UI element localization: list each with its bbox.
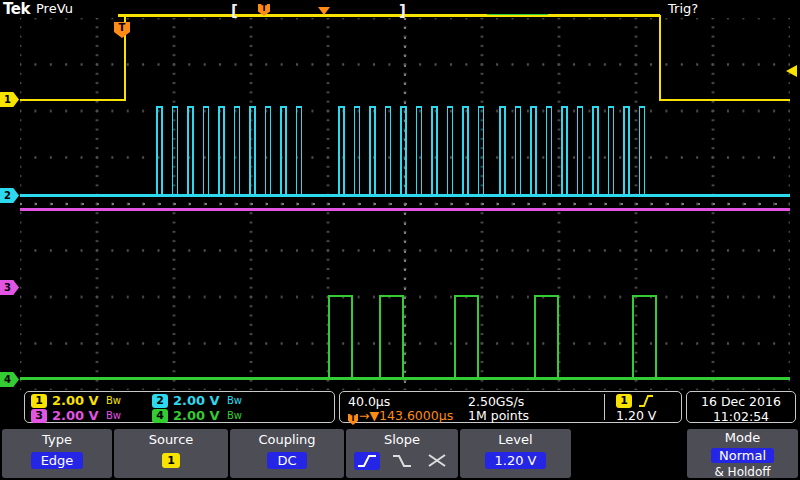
falling-slope-icon[interactable] — [389, 452, 415, 470]
ch2-ground-marker: 2 — [0, 188, 19, 203]
window-bracket-left-icon: [ — [231, 2, 238, 20]
ch2-badge: 2 — [152, 394, 168, 408]
trigger-delay-readout: T→▼143.6000µs — [348, 408, 453, 425]
ch4-ground-marker: 4 — [0, 372, 19, 387]
ch1-scale: 2.00 V — [52, 393, 106, 408]
expansion-point-icon — [318, 7, 330, 15]
trigger-level-arrow-icon — [786, 65, 797, 77]
trigger-slope-icon — [638, 394, 654, 408]
either-slope-icon[interactable] — [424, 452, 450, 470]
ch3-scale: 2.00 V — [52, 408, 106, 423]
trigger-level-readout: 1.20 V — [616, 408, 656, 423]
menu-button-type[interactable]: Type Edge — [2, 429, 112, 478]
menu-button-level[interactable]: Level 1.20 V — [460, 429, 571, 478]
record-length-readout: 1M points — [468, 408, 529, 423]
menu-button-coupling[interactable]: Coupling DC — [230, 429, 344, 478]
oscilloscope-screen: Tek PreVu [ ] T Trig? T 1 2 3 4 1 2.00 V… — [0, 0, 800, 480]
graticule-center-vertical — [404, 18, 406, 390]
record-trigger-position-icon: T — [258, 4, 270, 16]
sample-rate-readout: 2.50GS/s — [468, 394, 524, 409]
horizontal-trigger-readout-box: 40.0µs 2.50GS/s T→▼143.6000µs 1M points … — [339, 391, 682, 423]
rising-slope-icon[interactable] — [354, 452, 380, 470]
coupling-label: Coupling — [230, 432, 344, 447]
trigger-source-badge: 1 — [616, 394, 632, 408]
mode-label: Mode — [687, 430, 798, 445]
tek-logo: Tek — [3, 0, 30, 18]
ch2-scale: 2.00 V — [173, 393, 227, 408]
type-label: Type — [2, 432, 112, 447]
type-value: Edge — [31, 452, 84, 469]
menu-button-mode[interactable]: Mode Normal & Holdoff — [687, 429, 798, 478]
ch3-bandwidth-indicator: Bw — [106, 410, 128, 421]
date-readout: 16 Dec 2016 — [687, 394, 795, 409]
menu-button-slope[interactable]: Slope — [346, 429, 458, 478]
slope-label: Slope — [346, 432, 458, 447]
menu-button-source[interactable]: Source 1 — [114, 429, 228, 478]
trigger-delay-flag-icon: T — [348, 414, 358, 425]
trigger-status: Trig? — [668, 1, 698, 16]
ch1-bandwidth-indicator: Bw — [106, 395, 128, 406]
ch3-ground-marker: 3 — [0, 280, 19, 295]
mode-value: Normal — [711, 448, 774, 463]
source-label: Source — [114, 432, 228, 447]
timebase-readout: 40.0µs — [348, 394, 390, 409]
channel-readout-box: 1 2.00 V Bw 2 2.00 V Bw 3 2.00 V Bw 4 2.… — [24, 391, 335, 423]
ch1-ground-marker: 1 — [0, 92, 19, 107]
readout-divider — [604, 394, 605, 420]
ch4-badge: 4 — [152, 409, 168, 423]
window-bracket-right-icon: ] — [399, 2, 406, 20]
level-value: 1.20 V — [485, 452, 547, 469]
coupling-value: DC — [267, 452, 306, 469]
ch3-badge: 3 — [31, 409, 47, 423]
time-readout: 11:02:54 — [687, 409, 795, 424]
ch2-bandwidth-indicator: Bw — [227, 395, 249, 406]
acquisition-mode-label: PreVu — [36, 1, 73, 16]
ch4-scale: 2.00 V — [173, 408, 227, 423]
mode-extra-label: & Holdoff — [687, 465, 798, 479]
source-value-badge: 1 — [162, 453, 180, 468]
datetime-box: 16 Dec 2016 11:02:54 — [686, 391, 796, 423]
level-label: Level — [460, 432, 571, 447]
ch4-bandwidth-indicator: Bw — [227, 410, 249, 421]
ch1-badge: 1 — [31, 394, 47, 408]
